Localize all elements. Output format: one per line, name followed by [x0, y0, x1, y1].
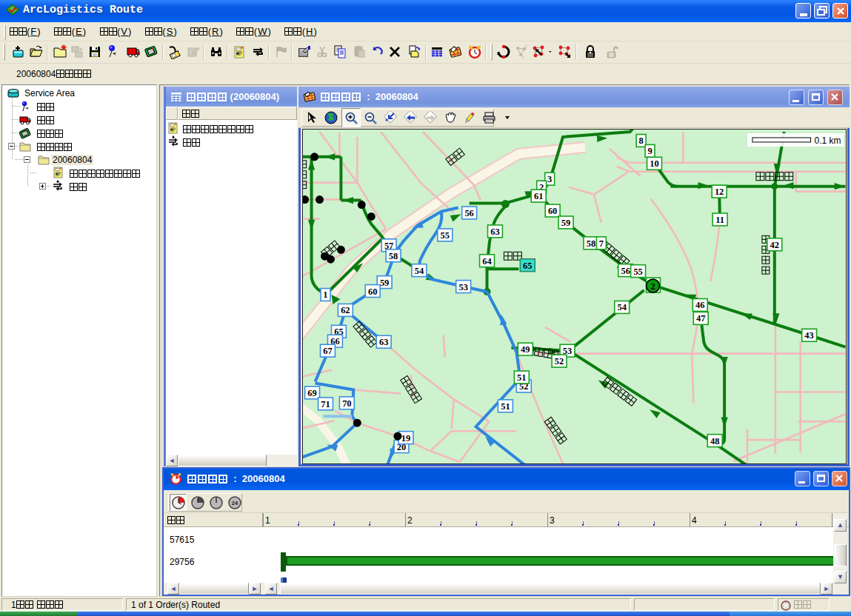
svg-text:69: 69	[307, 388, 316, 398]
svg-text:55: 55	[441, 230, 450, 241]
svg-text:3: 3	[521, 55, 524, 59]
svg-text:2: 2	[650, 281, 655, 292]
svg-text:62: 62	[341, 305, 350, 315]
svg-text:46: 46	[695, 300, 704, 310]
svg-text:10: 10	[650, 158, 658, 169]
svg-text:52: 52	[555, 356, 564, 366]
svg-text:42: 42	[770, 240, 779, 250]
svg-text:60: 60	[368, 287, 377, 297]
svg-text:58: 58	[587, 238, 595, 249]
svg-text:59: 59	[561, 218, 570, 228]
svg-text:64: 64	[482, 256, 491, 267]
svg-text:60: 60	[548, 206, 557, 216]
svg-text:67: 67	[323, 346, 332, 356]
svg-text:55: 55	[633, 267, 642, 277]
svg-text:54: 54	[617, 302, 626, 312]
svg-text:59: 59	[380, 278, 389, 288]
svg-text:3: 3	[547, 174, 552, 184]
svg-text:1: 1	[323, 289, 327, 300]
svg-text:48: 48	[710, 436, 719, 446]
svg-text:51: 51	[517, 372, 526, 383]
svg-text:24: 24	[232, 500, 238, 506]
svg-text:2: 2	[525, 44, 527, 48]
svg-text:63: 63	[490, 227, 499, 237]
svg-text:49: 49	[521, 344, 530, 355]
svg-text:19: 19	[401, 433, 410, 443]
svg-text:8: 8	[638, 135, 643, 146]
svg-text:51: 51	[501, 401, 510, 412]
svg-text:56: 56	[621, 266, 630, 276]
svg-text:0.1 km: 0.1 km	[815, 135, 841, 146]
svg-text:70: 70	[342, 398, 351, 409]
svg-text:47: 47	[696, 313, 705, 324]
svg-text:71: 71	[321, 399, 330, 409]
svg-text:61: 61	[534, 191, 543, 201]
svg-text:58: 58	[389, 251, 398, 261]
svg-text:11: 11	[715, 215, 724, 225]
svg-text:63: 63	[379, 337, 388, 347]
svg-text:54: 54	[415, 266, 424, 276]
svg-text:43: 43	[804, 330, 813, 341]
svg-text:12: 12	[715, 187, 724, 197]
svg-text:53: 53	[458, 282, 467, 292]
svg-text:56: 56	[464, 208, 473, 218]
svg-text:7: 7	[599, 238, 604, 249]
svg-text:65: 65	[523, 261, 532, 271]
svg-text:9: 9	[647, 146, 652, 156]
